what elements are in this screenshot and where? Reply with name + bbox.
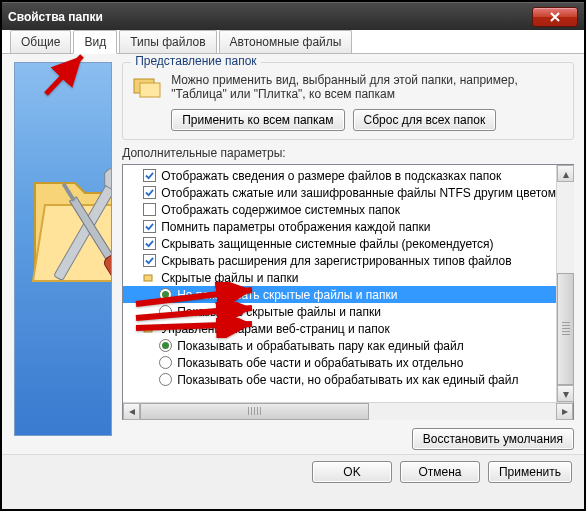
dialog-body: Представление папок Можно применить вид,… — [2, 54, 584, 454]
illustration-pane — [14, 62, 112, 436]
list-item-label: Отображать сжатые или зашифрованные файл… — [161, 186, 556, 200]
folder-icon — [143, 271, 156, 284]
button-label: Отмена — [418, 465, 461, 479]
advanced-list: Отображать сведения о размере файлов в п… — [122, 164, 574, 420]
dialog-window: Свойства папки Общие Вид Типы файлов Авт… — [2, 2, 584, 509]
checkbox[interactable] — [143, 203, 156, 216]
checkbox[interactable] — [143, 220, 156, 233]
scroll-up-arrow[interactable]: ▴ — [557, 165, 574, 182]
list-item[interactable]: Показывать и обрабатывать пару как едины… — [123, 337, 556, 354]
list-item-label: Отображать содержимое системных папок — [161, 203, 400, 217]
scroll-thumb[interactable] — [140, 403, 369, 420]
list-item-label: Помнить параметры отображения каждой пап… — [161, 220, 430, 234]
checkbox[interactable] — [143, 254, 156, 267]
list-item[interactable]: Показывать скрытые файлы и папки — [123, 303, 556, 320]
list-item-label: Скрытые файлы и папки — [161, 271, 298, 285]
scroll-track[interactable] — [557, 182, 574, 385]
checkbox[interactable] — [143, 186, 156, 199]
list-item[interactable]: Не показывать скрытые файлы и папки — [123, 286, 556, 303]
tab-strip: Общие Вид Типы файлов Автономные файлы — [2, 30, 584, 54]
screenshot-frame: Свойства папки Общие Вид Типы файлов Авт… — [0, 0, 586, 511]
button-label: Сброс для всех папок — [364, 113, 486, 127]
checkbox[interactable] — [143, 169, 156, 182]
tab-label: Автономные файлы — [230, 35, 342, 49]
horizontal-scrollbar[interactable]: ◂ ▸ — [123, 402, 573, 419]
radio[interactable] — [159, 356, 172, 369]
folder-icon — [143, 322, 156, 335]
list-item-label: Отображать сведения о размере файлов в п… — [161, 169, 501, 183]
tab-label: Типы файлов — [130, 35, 205, 49]
scroll-track[interactable] — [140, 403, 556, 420]
list-item[interactable]: Отображать сжатые или зашифрованные файл… — [123, 184, 556, 201]
list-item-label: Скрывать расширения для зарегистрированн… — [161, 254, 511, 268]
button-label: Применить — [499, 465, 561, 479]
close-button[interactable] — [532, 7, 578, 27]
svg-rect-7 — [144, 326, 152, 332]
titlebar[interactable]: Свойства папки — [2, 2, 584, 30]
apply-all-folders-button[interactable]: Применить ко всем папкам — [171, 109, 344, 131]
tab-general[interactable]: Общие — [10, 30, 71, 53]
tab-label: Вид — [84, 35, 106, 49]
list-item[interactable]: Скрытые файлы и папки — [123, 269, 556, 286]
dialog-actions: OK Отмена Применить — [2, 454, 584, 491]
radio[interactable] — [159, 339, 172, 352]
restore-defaults-button[interactable]: Восстановить умолчания — [412, 428, 574, 450]
vertical-scrollbar[interactable]: ▴ ▾ — [556, 165, 573, 402]
tab-view[interactable]: Вид — [73, 30, 117, 54]
list-item[interactable]: Отображать содержимое системных папок — [123, 201, 556, 218]
list-item-label: Управление парами веб-страниц и папок — [161, 322, 390, 336]
group-title: Представление папок — [131, 54, 260, 68]
scroll-down-arrow[interactable]: ▾ — [557, 385, 574, 402]
tab-filetypes[interactable]: Типы файлов — [119, 30, 216, 53]
list-item-label: Показывать и обрабатывать пару как едины… — [177, 339, 463, 353]
tab-offline[interactable]: Автономные файлы — [219, 30, 353, 53]
svg-rect-6 — [144, 275, 152, 281]
list-item-label: Скрывать защищенные системные файлы (рек… — [161, 237, 493, 251]
button-label: Восстановить умолчания — [423, 432, 563, 446]
scroll-thumb[interactable] — [557, 273, 574, 385]
button-label: OK — [343, 465, 360, 479]
folder-views-desc: Можно применить вид, выбранный для этой … — [171, 73, 565, 101]
list-item[interactable]: Управление парами веб-страниц и папок — [123, 320, 556, 337]
list-item[interactable]: Показывать обе части, но обрабатывать их… — [123, 371, 556, 388]
list-item[interactable]: Скрывать защищенные системные файлы (рек… — [123, 235, 556, 252]
settings-pane: Представление папок Можно применить вид,… — [122, 62, 574, 450]
button-label: Применить ко всем папкам — [182, 113, 333, 127]
list-item-label: Показывать обе части и обрабатывать их о… — [177, 356, 463, 370]
window-title: Свойства папки — [8, 10, 103, 24]
list-item-label: Показывать скрытые файлы и папки — [177, 305, 381, 319]
radio[interactable] — [159, 288, 172, 301]
list-item[interactable]: Отображать сведения о размере файлов в п… — [123, 167, 556, 184]
checkbox[interactable] — [143, 237, 156, 250]
ok-button[interactable]: OK — [312, 461, 392, 483]
cancel-button[interactable]: Отмена — [400, 461, 480, 483]
folder-views-group: Представление папок Можно применить вид,… — [122, 62, 574, 140]
radio[interactable] — [159, 305, 172, 318]
scroll-left-arrow[interactable]: ◂ — [123, 403, 140, 420]
list-item-label: Показывать обе части, но обрабатывать их… — [177, 373, 518, 387]
list-item[interactable]: Скрывать расширения для зарегистрированн… — [123, 252, 556, 269]
folders-icon — [131, 71, 163, 103]
list-item[interactable]: Помнить параметры отображения каждой пап… — [123, 218, 556, 235]
folder-tools-illustration — [25, 143, 112, 343]
advanced-heading: Дополнительные параметры: — [122, 146, 574, 160]
radio[interactable] — [159, 373, 172, 386]
list-item[interactable]: Показывать обе части и обрабатывать их о… — [123, 354, 556, 371]
close-icon — [550, 12, 560, 22]
reset-all-folders-button[interactable]: Сброс для всех папок — [353, 109, 497, 131]
list-item-label: Не показывать скрытые файлы и папки — [177, 288, 397, 302]
tab-label: Общие — [21, 35, 60, 49]
list-viewport[interactable]: Отображать сведения о размере файлов в п… — [123, 165, 556, 402]
scroll-right-arrow[interactable]: ▸ — [556, 403, 573, 420]
svg-rect-5 — [140, 83, 160, 97]
apply-button[interactable]: Применить — [488, 461, 572, 483]
